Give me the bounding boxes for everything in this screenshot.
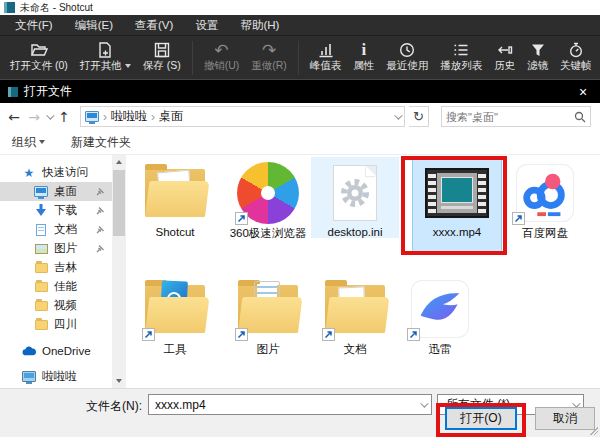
- undo-icon: ↶: [214, 42, 228, 58]
- file-desktop-ini[interactable]: desktop.ini: [311, 157, 399, 238]
- folder-icon: [34, 282, 48, 292]
- pictures-icon: [34, 244, 48, 254]
- menu-view[interactable]: 查看(V): [124, 15, 184, 35]
- search-input[interactable]: [446, 111, 574, 123]
- keyframes-icon: [568, 42, 584, 58]
- sidebar-scrollbar[interactable]: [112, 155, 126, 388]
- breadcrumb-separator-icon: ›: [103, 110, 107, 124]
- file-shotcut[interactable]: Shotcut: [131, 157, 219, 238]
- sidebar-item-desktop[interactable]: 桌面: [0, 182, 112, 201]
- breadcrumb-separator-icon: ›: [151, 110, 155, 124]
- main-toolbar: 打开文件 (0) 打开其他 保存 (S) ↶ 撤销(U) ↷ 重做(R) 峰值表…: [0, 36, 600, 80]
- playlist-button[interactable]: 播放列表: [434, 37, 488, 79]
- folder-pictures-icon: [233, 277, 303, 341]
- forward-button[interactable]: →: [26, 109, 42, 125]
- sidebar-item-onedrive[interactable]: OneDrive: [0, 341, 112, 360]
- back-button[interactable]: ←: [6, 109, 22, 125]
- folder-tools-icon: [140, 277, 210, 341]
- document-icon: [34, 224, 48, 236]
- sidebar-item-pictures[interactable]: 图片: [0, 239, 112, 258]
- file-tools-folder[interactable]: 工具: [131, 273, 219, 357]
- file-list: Shotcut 360极速浏览器: [126, 155, 600, 388]
- pin-icon: [96, 187, 105, 196]
- folder-icon: [34, 301, 48, 311]
- sidebar-item-documents[interactable]: 文档: [0, 220, 112, 239]
- file-pictures-folder[interactable]: 图片: [224, 273, 312, 357]
- pin-icon: [96, 206, 105, 215]
- open-file-button[interactable]: 打开文件 (0): [4, 37, 74, 79]
- sidebar-item-jianeng[interactable]: 佳能: [0, 277, 112, 296]
- window-titlebar: 未命名 - Shotcut: [0, 0, 600, 15]
- scroll-up-icon[interactable]: [112, 155, 126, 169]
- history-button[interactable]: 历史: [488, 37, 521, 79]
- filters-button[interactable]: 滤镜: [521, 37, 554, 79]
- close-icon[interactable]: ×: [574, 84, 592, 100]
- address-bar[interactable]: › 啦啦啦 › 桌面: [80, 106, 405, 127]
- breadcrumb-desktop[interactable]: 桌面: [159, 108, 183, 125]
- history-icon: [497, 42, 513, 58]
- keyframes-button[interactable]: 关键帧: [554, 37, 598, 79]
- pin-icon: [96, 225, 105, 234]
- computer-icon: [22, 371, 36, 382]
- filename-combobox[interactable]: [148, 394, 432, 415]
- scrollbar-thumb[interactable]: [113, 170, 125, 236]
- shortcut-arrow-icon: [142, 328, 155, 341]
- save-button[interactable]: 保存 (S): [137, 37, 187, 79]
- open-button[interactable]: 打开(O): [445, 407, 517, 430]
- recent-button[interactable]: 最近使用: [380, 37, 434, 79]
- shotcut-logo-icon: [8, 87, 18, 97]
- peak-meter-button[interactable]: 峰值表: [304, 37, 348, 79]
- sidebar-item-quick-access[interactable]: ★ 快速访问: [0, 163, 112, 182]
- file-docs-folder[interactable]: 文档: [311, 273, 399, 357]
- sidebar-item-jilin[interactable]: 吉林: [0, 258, 112, 277]
- window-title: 未命名 - Shotcut: [20, 1, 93, 15]
- filters-icon: [530, 42, 546, 58]
- sidebar-item-this-pc[interactable]: 啦啦啦: [0, 367, 112, 386]
- recent-icon: [399, 42, 415, 58]
- shortcut-arrow-icon: [512, 212, 525, 225]
- redo-button[interactable]: ↷ 重做(R): [245, 37, 293, 79]
- properties-button[interactable]: i 属性: [347, 37, 380, 79]
- filename-label: 文件名(N):: [0, 398, 142, 415]
- dialog-titlebar: 打开文件 ×: [0, 80, 600, 103]
- organize-button[interactable]: 组织: [12, 134, 45, 151]
- baidu-cloud-icon: [510, 161, 580, 225]
- pin-icon: [96, 244, 105, 253]
- menu-help[interactable]: 帮助(H): [229, 15, 290, 35]
- cancel-button[interactable]: 取消: [535, 407, 595, 430]
- folder-icon: [34, 263, 48, 273]
- menu-edit[interactable]: 编辑(E): [64, 15, 124, 35]
- breadcrumb-user[interactable]: 啦啦啦: [111, 108, 147, 125]
- sidebar-item-sichuan[interactable]: 四川: [0, 315, 112, 334]
- menu-file[interactable]: 文件(F): [4, 15, 64, 35]
- properties-icon: i: [361, 42, 366, 58]
- new-folder-button[interactable]: 新建文件夹: [71, 134, 131, 151]
- filename-input[interactable]: [149, 398, 415, 412]
- menu-settings[interactable]: 设置: [184, 15, 229, 35]
- shotcut-window: 未命名 - Shotcut 文件(F) 编辑(E) 查看(V) 设置 帮助(H)…: [0, 0, 600, 437]
- folder-icon: [34, 320, 48, 330]
- chevron-down-icon[interactable]: [415, 402, 431, 408]
- file-360-browser[interactable]: 360极速浏览器: [224, 157, 312, 241]
- desktop-icon: [34, 186, 48, 197]
- address-dropdown-chevron-icon[interactable]: [394, 111, 402, 119]
- shortcut-arrow-icon: [235, 328, 248, 341]
- toolbar-separator: [298, 41, 299, 75]
- chevron-down-icon: [39, 140, 45, 144]
- file-xxxx-mp4[interactable]: xxxx.mp4: [413, 157, 501, 254]
- sidebar-item-downloads[interactable]: 下载: [0, 201, 112, 220]
- undo-button[interactable]: ↶ 撤销(U): [198, 37, 246, 79]
- scroll-down-icon[interactable]: [112, 374, 126, 388]
- save-icon: [154, 42, 170, 58]
- open-file-icon: [30, 42, 48, 58]
- dialog-commandbar: 组织 新建文件夹: [0, 130, 600, 155]
- up-button[interactable]: ↑: [56, 109, 72, 125]
- file-baidu-netdisk[interactable]: 百度网盘: [501, 157, 589, 241]
- dialog-title: 打开文件: [24, 83, 568, 100]
- file-xunlei[interactable]: 迅雷: [396, 273, 484, 357]
- sidebar-item-videos[interactable]: 视频: [0, 296, 112, 315]
- open-other-button[interactable]: 打开其他: [74, 37, 137, 79]
- recent-locations-chevron-icon[interactable]: [46, 111, 54, 119]
- search-box[interactable]: [441, 106, 591, 127]
- refresh-button[interactable]: ↻: [409, 106, 429, 127]
